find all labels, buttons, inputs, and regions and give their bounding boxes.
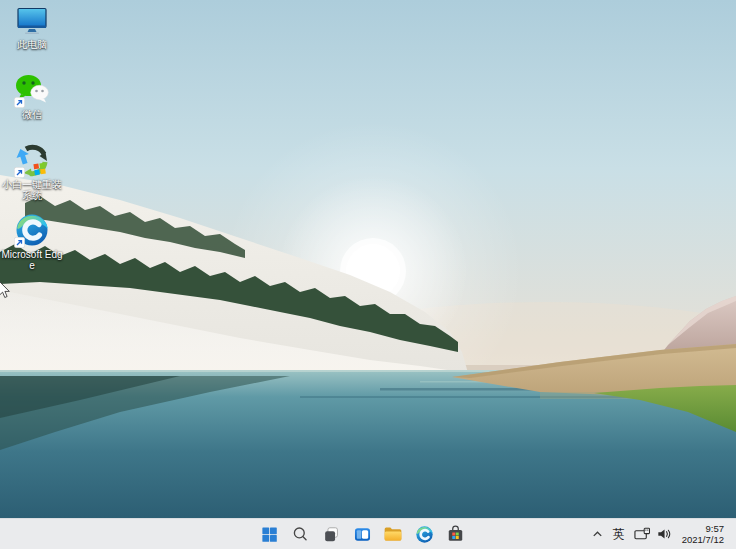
clock-date: 2021/7/12 (682, 534, 724, 545)
ime-indicator[interactable]: 英 (610, 521, 628, 547)
volume-icon (657, 527, 673, 541)
microsoft-store-button[interactable] (441, 521, 469, 547)
desktop-icon-microsoft-edge[interactable]: Microsoft Edge (0, 212, 64, 282)
search-button[interactable] (286, 521, 314, 547)
taskbar: 英 9:57 2021/7/12 (0, 518, 736, 549)
desktop-icons-column: 此电脑 微信 (0, 2, 64, 282)
clock-time: 9:57 (706, 523, 725, 534)
file-explorer-icon (383, 524, 403, 544)
windows-start-icon (260, 525, 279, 544)
microsoft-store-icon (446, 525, 465, 544)
edge-icon (415, 525, 434, 544)
desktop-icon-wechat[interactable]: 微信 (0, 72, 64, 142)
windows-11-desktop: 此电脑 微信 (0, 0, 736, 549)
shortcut-arrow-icon (14, 237, 25, 248)
desktop-icon-label: 此电脑 (17, 39, 47, 50)
network-icon (634, 527, 651, 541)
desktop-icon-label: Microsoft Edge (1, 249, 63, 271)
desktop-icon-label: 小白一键重装系统 (1, 179, 63, 201)
widgets-button[interactable] (348, 521, 376, 547)
taskbar-center-icons (255, 519, 469, 549)
widgets-icon (353, 525, 372, 544)
desktop-icon-this-pc[interactable]: 此电脑 (0, 2, 64, 72)
search-icon (291, 525, 310, 544)
system-tray: 英 9:57 2021/7/12 (588, 519, 736, 549)
shortcut-arrow-icon (14, 167, 25, 178)
clock[interactable]: 9:57 2021/7/12 (679, 521, 727, 547)
quick-settings-button[interactable] (631, 521, 676, 547)
desktop-icon-xiaobai-reinstall[interactable]: 小白一键重装系统 (0, 142, 64, 212)
tray-overflow-button[interactable] (588, 521, 607, 547)
this-pc-icon (14, 2, 50, 38)
shortcut-arrow-icon (14, 97, 25, 108)
edge-taskbar-button[interactable] (410, 521, 438, 547)
task-view-button[interactable] (317, 521, 345, 547)
mouse-cursor (0, 280, 11, 300)
start-button[interactable] (255, 521, 283, 547)
desktop-wallpaper (0, 0, 736, 519)
chevron-up-icon (591, 528, 604, 541)
file-explorer-button[interactable] (379, 521, 407, 547)
task-view-icon (322, 525, 341, 544)
desktop-icon-label: 微信 (22, 109, 42, 120)
